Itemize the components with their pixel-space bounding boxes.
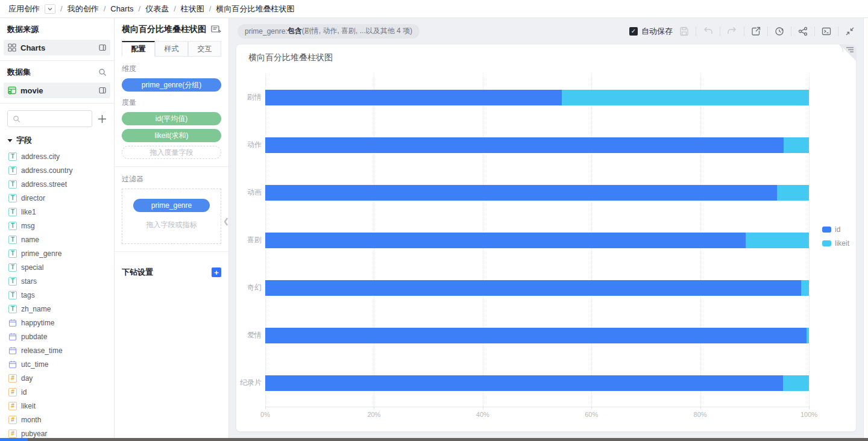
bottom-edge-dark xyxy=(28,438,868,441)
field-search-box[interactable] xyxy=(7,110,92,127)
field-item-address.city[interactable]: Taddress.city xyxy=(0,149,114,163)
chart-title: 横向百分比堆叠柱状图 xyxy=(248,52,333,63)
field-item-release_time[interactable]: release_time xyxy=(0,343,114,357)
text-field-icon: T xyxy=(8,249,17,258)
measure-pill-id[interactable]: id(平均值) xyxy=(122,112,221,125)
breadcrumb-item[interactable]: 横向百分比堆叠柱状图 xyxy=(216,4,294,14)
save-icon[interactable] xyxy=(679,27,689,36)
field-item-address.street[interactable]: Taddress.street xyxy=(0,177,114,191)
field-name: pubyear xyxy=(21,430,47,438)
measure-drop-zone[interactable]: 拖入度量字段 xyxy=(122,146,221,159)
field-name: special xyxy=(21,263,43,272)
field-name: month xyxy=(21,416,41,424)
date-field-icon xyxy=(8,319,17,327)
breadcrumb-item[interactable]: 应用创作 xyxy=(8,4,40,14)
field-name: like1 xyxy=(21,208,36,216)
chart-legend: idlikeit xyxy=(822,225,849,248)
bar-segment-likeit[interactable] xyxy=(807,328,809,343)
field-item-stars[interactable]: Tstars xyxy=(0,274,114,288)
field-item-like1[interactable]: Tlike1 xyxy=(0,205,114,219)
bar-segment-likeit[interactable] xyxy=(562,90,809,105)
collapse-view-icon[interactable] xyxy=(845,27,855,36)
dataset-item-movie[interactable]: movie xyxy=(4,83,110,98)
field-item-prime_genre[interactable]: Tprime_genre xyxy=(0,246,114,260)
bar-segment-id[interactable] xyxy=(265,90,562,105)
breadcrumb-dropdown[interactable] xyxy=(45,4,55,14)
breadcrumb-item[interactable]: 仪表盘 xyxy=(145,4,169,14)
measure-pill-likeit[interactable]: likeit(求和) xyxy=(122,129,221,142)
field-item-utc_time[interactable]: utc_time xyxy=(0,357,114,371)
bar-segment-likeit[interactable] xyxy=(777,185,809,201)
bar-segment-likeit[interactable] xyxy=(801,280,809,296)
autosave-toggle[interactable]: ✓ 自动保存 xyxy=(629,26,673,37)
bar-segment-id[interactable] xyxy=(265,280,801,296)
bar-segment-likeit[interactable] xyxy=(783,375,809,391)
bar-segment-id[interactable] xyxy=(265,185,777,201)
refresh-timer-icon[interactable] xyxy=(775,27,784,36)
panel-toggle-icon[interactable] xyxy=(99,44,106,51)
bar-segment-id[interactable] xyxy=(265,375,783,391)
add-field-icon[interactable] xyxy=(98,114,107,124)
field-item-director[interactable]: Tdirector xyxy=(0,191,114,205)
export-icon[interactable] xyxy=(751,27,761,36)
field-item-id[interactable]: #id xyxy=(0,385,114,399)
bar-segment-id[interactable] xyxy=(265,137,784,153)
bar-segment-likeit[interactable] xyxy=(784,137,809,153)
tab-interaction[interactable]: 交互 xyxy=(188,41,221,57)
field-item-zh_name[interactable]: Tzh_name xyxy=(0,302,114,316)
legend-item-likeit[interactable]: likeit xyxy=(822,239,849,248)
drill-add-button[interactable]: + xyxy=(212,267,221,277)
field-item-pubdate[interactable]: pubdate xyxy=(0,330,114,343)
bar-segment-id[interactable] xyxy=(265,328,807,343)
filter-drop-zone[interactable]: prime_genre 拖入字段或指标 xyxy=(122,189,221,244)
breadcrumb-item[interactable]: 我的创作 xyxy=(68,4,99,14)
bar-row xyxy=(265,121,809,169)
number-field-icon: # xyxy=(8,374,17,383)
tab-config[interactable]: 配置 xyxy=(122,41,155,57)
filter-chip[interactable]: prime_genre:包含(剧情, 动作, 喜剧, ...以及其他 4 项) xyxy=(237,24,420,39)
datasource-label-text: 数据来源 xyxy=(7,24,39,35)
field-item-month[interactable]: #month xyxy=(0,413,114,427)
field-name: release_time xyxy=(21,346,63,355)
field-item-happytime[interactable]: happytime xyxy=(0,316,114,330)
fields-section-header[interactable]: 字段 xyxy=(0,130,114,148)
legend-item-id[interactable]: id xyxy=(822,225,849,234)
datasource-item-charts[interactable]: Charts xyxy=(4,40,110,55)
breadcrumb-item[interactable]: 柱状图 xyxy=(181,4,204,14)
search-icon[interactable] xyxy=(98,68,107,77)
field-item-pubyear[interactable]: #pubyear xyxy=(0,427,114,438)
number-field-icon: # xyxy=(8,402,17,410)
field-item-msg[interactable]: Tmsg xyxy=(0,219,114,233)
share-icon[interactable] xyxy=(798,27,808,36)
scrollbar-track[interactable] xyxy=(863,18,868,438)
chart-corner-menu-icon[interactable] xyxy=(838,45,856,63)
undo-icon[interactable] xyxy=(703,27,713,36)
datasource-item-label: Charts xyxy=(20,43,95,52)
field-search-input[interactable] xyxy=(24,114,87,123)
bar-segment-likeit[interactable] xyxy=(746,233,809,248)
breadcrumb-item[interactable]: Charts xyxy=(110,4,133,13)
dimension-pill[interactable]: prime_genre(分组) xyxy=(122,78,221,92)
field-item-day[interactable]: #day xyxy=(0,371,114,385)
field-item-name[interactable]: Tname xyxy=(0,233,114,246)
field-item-address.country[interactable]: Taddress.country xyxy=(0,163,114,177)
stacked-bar xyxy=(265,280,809,296)
field-name: utc_time xyxy=(21,360,48,369)
field-item-tags[interactable]: Ttags xyxy=(0,288,114,302)
bar-segment-id[interactable] xyxy=(265,233,746,248)
chart-type-switch-icon[interactable] xyxy=(211,25,221,34)
axis-tick xyxy=(809,407,810,409)
field-item-special[interactable]: Tspecial xyxy=(0,260,114,274)
tab-style[interactable]: 样式 xyxy=(155,41,188,57)
filter-pill[interactable]: prime_genre xyxy=(133,199,210,212)
chart-type-title: 横向百分比堆叠柱状图 xyxy=(122,24,206,35)
date-field-icon xyxy=(8,333,17,341)
console-icon[interactable] xyxy=(822,27,831,36)
field-item-likeit[interactable]: #likeit xyxy=(0,399,114,413)
panel-toggle-icon[interactable] xyxy=(99,87,106,94)
autosave-checkbox[interactable]: ✓ xyxy=(629,27,638,36)
dataset-section-label: 数据集 xyxy=(0,61,114,81)
toolbar-divider xyxy=(791,27,791,36)
panel-collapse-handle[interactable]: ❮ xyxy=(223,217,229,225)
redo-icon[interactable] xyxy=(727,27,737,36)
